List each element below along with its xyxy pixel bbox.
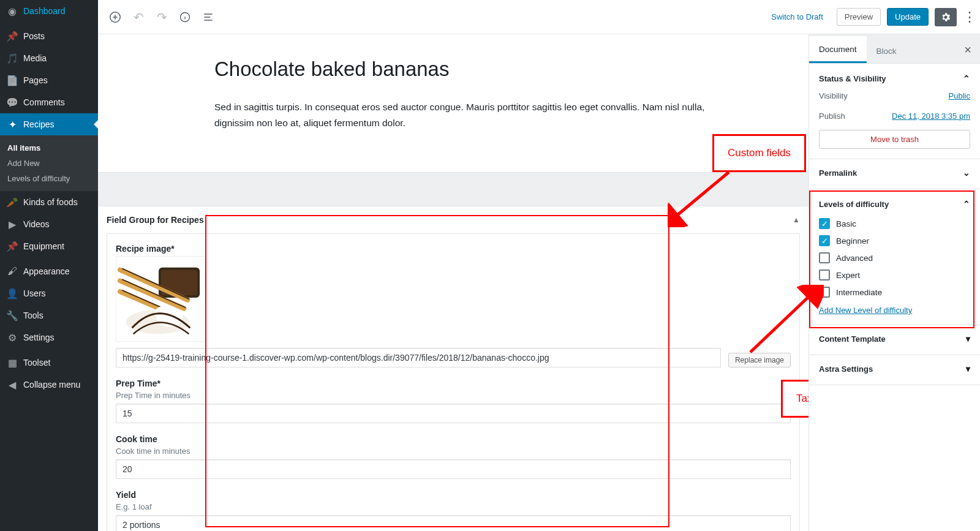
cook-time-field: Cook time Cook time in minutes [116, 434, 791, 479]
sliders-icon: ⚙ [6, 331, 18, 344]
media-icon: 🎵 [6, 52, 18, 64]
sidebar-item-equipment[interactable]: 📌Equipment [0, 235, 98, 257]
users-icon: 👤 [6, 287, 18, 299]
brush-icon: 🖌 [6, 265, 18, 277]
svg-point-13 [155, 306, 172, 318]
prep-time-label: Prep Time* [116, 378, 791, 388]
prep-time-input[interactable] [116, 404, 791, 423]
video-icon: ▶ [6, 218, 18, 230]
redo-button[interactable]: ↷ [151, 6, 173, 28]
chevron-up-icon[interactable]: ⌃ [963, 199, 970, 209]
yield-hint: E.g. 1 loaf [116, 502, 791, 511]
visibility-value-link[interactable]: Public [949, 91, 970, 100]
recipe-image-label: Recipe image* [116, 244, 791, 254]
recipe-image-thumbnail[interactable] [116, 256, 205, 342]
checkbox-icon [819, 252, 830, 263]
wrench-icon: 🔧 [6, 309, 18, 322]
update-button[interactable]: Update [887, 8, 929, 26]
undo-button[interactable]: ↶ [127, 6, 149, 28]
content-template-section[interactable]: Content Template▾ [809, 325, 980, 355]
editor-canvas[interactable]: Chocolate baked bananas Sed in sagittis … [98, 34, 809, 531]
sidebar-item-comments[interactable]: 💬Comments [0, 91, 98, 113]
metabox-header[interactable]: Field Group for Recipes▲ [107, 206, 800, 233]
info-button[interactable] [174, 6, 196, 28]
sidebar-collapse[interactable]: ◀Collapse menu [0, 374, 98, 396]
sidebar-item-kinds[interactable]: 🥕Kinds of foods [0, 191, 98, 213]
status-visibility-section: Status & Visibility⌃ VisibilityPublic Pu… [809, 64, 980, 159]
visibility-label: Visibility [819, 91, 848, 100]
submenu-levels[interactable]: Levels of difficulty [0, 171, 98, 186]
caret-down-icon: ▾ [966, 334, 970, 344]
level-beginner-checkbox[interactable]: ✓Beginner [819, 232, 970, 249]
preview-button[interactable]: Preview [837, 8, 881, 26]
grid-icon: ▦ [6, 356, 18, 369]
sidebar-item-appearance[interactable]: 🖌Appearance [0, 260, 98, 282]
sidebar-item-users[interactable]: 👤Users [0, 282, 98, 304]
cook-time-input[interactable] [116, 459, 791, 479]
pin2-icon: 📌 [6, 240, 18, 252]
chevron-down-icon: ⌄ [963, 168, 970, 178]
yield-field: Yield E.g. 1 loaf [116, 490, 791, 531]
move-to-trash-button[interactable]: Move to trash [819, 130, 970, 149]
sidebar-item-pages[interactable]: 📄Pages [0, 69, 98, 91]
permalink-section[interactable]: Permalink⌄ [809, 159, 980, 189]
annotation-callout-taxonomy: Taxonomy [781, 380, 809, 418]
sidebar-item-toolset[interactable]: ▦Toolset [0, 352, 98, 374]
level-expert-checkbox[interactable]: Expert [819, 266, 970, 284]
pin-icon: 📌 [6, 30, 18, 42]
annotation-callout-customfields: Custom fields [712, 134, 806, 172]
outline-button[interactable] [197, 6, 219, 28]
checkbox-checked-icon: ✓ [819, 218, 830, 229]
sidebar-item-videos[interactable]: ▶Videos [0, 213, 98, 235]
sidebar-item-recipes[interactable]: ✦Recipes [0, 113, 98, 135]
recipe-image-field: Recipe image* [116, 244, 791, 367]
admin-sidebar: ◉Dashboard 📌Posts 🎵Media 📄Pages 💬Comment… [0, 0, 98, 531]
submenu-all-items[interactable]: All items [0, 140, 98, 156]
caret-up-icon: ▲ [793, 216, 800, 224]
post-body[interactable]: Sed in sagittis turpis. In consequat ero… [214, 99, 723, 132]
tab-block[interactable]: Block [867, 38, 907, 63]
publish-label: Publish [819, 111, 845, 121]
settings-gear-button[interactable] [935, 8, 957, 26]
levels-of-difficulty-section: Levels of difficulty⌃ ✓Basic ✓Beginner A… [809, 189, 980, 325]
checkbox-icon [819, 269, 830, 281]
editor-topbar: ↶ ↷ Switch to Draft Preview Update ⋮ [98, 0, 980, 34]
cook-time-label: Cook time [116, 434, 791, 444]
pages-icon: 📄 [6, 74, 18, 86]
field-group-metabox: Field Group for Recipes▲ Recipe image* [107, 206, 800, 531]
sidebar-item-dashboard[interactable]: ◉Dashboard [0, 0, 98, 22]
yield-label: Yield [116, 490, 791, 500]
add-block-button[interactable] [104, 6, 126, 28]
close-sidebar-button[interactable]: × [956, 37, 980, 63]
caret-down-icon: ▾ [966, 364, 970, 374]
recipe-image-url-input[interactable] [116, 348, 721, 367]
add-new-level-link[interactable]: Add New Level of difficulty [819, 306, 912, 315]
prep-time-field: Prep Time* Prep Time in minutes [116, 378, 791, 423]
more-menu-button[interactable]: ⋮ [959, 9, 974, 25]
tab-document[interactable]: Document [809, 36, 867, 63]
level-intermediate-checkbox[interactable]: Intermediate [819, 284, 970, 301]
post-title[interactable]: Chocolate baked bananas [214, 58, 723, 81]
dashboard-icon: ◉ [6, 5, 18, 17]
sidebar-item-tools[interactable]: 🔧Tools [0, 304, 98, 326]
checkbox-checked-icon: ✓ [819, 235, 830, 246]
chevron-up-icon[interactable]: ⌃ [963, 73, 970, 83]
replace-image-button[interactable]: Replace image [728, 353, 791, 367]
sparkle-icon: ✦ [6, 118, 18, 130]
prep-time-hint: Prep Time in minutes [116, 391, 791, 400]
astra-settings-section[interactable]: Astra Settings▾ [809, 355, 980, 385]
switch-to-draft-link[interactable]: Switch to Draft [771, 12, 823, 21]
collapse-icon: ◀ [6, 378, 18, 391]
publish-date-link[interactable]: Dec 11, 2018 3:35 pm [892, 111, 970, 121]
level-advanced-checkbox[interactable]: Advanced [819, 249, 970, 266]
sidebar-item-media[interactable]: 🎵Media [0, 47, 98, 69]
cook-time-hint: Cook time in minutes [116, 446, 791, 456]
level-basic-checkbox[interactable]: ✓Basic [819, 215, 970, 232]
submenu-add-new[interactable]: Add New [0, 156, 98, 171]
checkbox-icon [819, 287, 830, 298]
yield-input[interactable] [116, 515, 791, 531]
document-sidebar: Document Block × Status & Visibility⌃ Vi… [809, 34, 980, 531]
sidebar-item-settings[interactable]: ⚙Settings [0, 326, 98, 348]
carrot-icon: 🥕 [6, 196, 18, 208]
sidebar-item-posts[interactable]: 📌Posts [0, 25, 98, 47]
